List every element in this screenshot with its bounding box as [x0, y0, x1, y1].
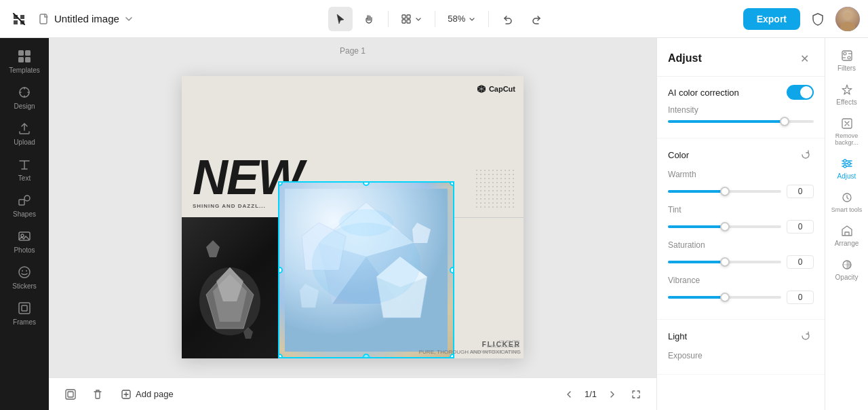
rs-item-filters[interactable]: Filters [828, 43, 866, 76]
vibrance-slider[interactable] [668, 296, 781, 299]
resize-handle-ml[interactable] [278, 267, 283, 274]
svg-point-18 [19, 267, 30, 278]
resize-handle-tr[interactable] [450, 181, 454, 186]
rs-item-effects[interactable]: Effects [828, 77, 866, 110]
rs-item-smart-tools[interactable]: Smart tools [828, 185, 866, 217]
canvas-area: Page 1 NEW SHINING AND DAZZL... [49, 38, 656, 410]
title-area: Untitled image [38, 13, 134, 25]
rs-item-opacity[interactable]: Opacity [828, 253, 866, 285]
svg-point-53 [844, 160, 846, 162]
svg-point-19 [22, 270, 23, 272]
redo-button[interactable] [524, 7, 549, 31]
sidebar-item-text[interactable]: Text [4, 151, 45, 186]
vibrance-label: Vibrance [668, 276, 814, 285]
topbar: Untitled image [0, 0, 868, 38]
toolbar-divider [388, 11, 389, 27]
selected-image[interactable]: ··· [278, 181, 454, 358]
frame-select-button[interactable] [395, 11, 428, 27]
contact-info: +123 456 7890 WWW.DAPCUT.COM 123 ANYWHER… [471, 339, 519, 355]
color-section: Color Warmth 0 [657, 138, 825, 320]
toolbar-divider3 [488, 11, 489, 27]
svg-rect-47 [842, 51, 852, 60]
color-header-row: Color [668, 147, 814, 163]
undo-button[interactable] [496, 7, 520, 31]
sidebar-item-templates[interactable]: Templates [4, 43, 45, 78]
light-reset-button[interactable] [797, 328, 814, 344]
saturation-slider[interactable] [668, 261, 781, 263]
svg-rect-4 [402, 20, 406, 23]
export-button[interactable]: Export [743, 8, 800, 30]
diamond-image-svg [285, 189, 448, 352]
svg-rect-5 [407, 20, 410, 23]
zoom-control[interactable]: 58% [442, 11, 481, 26]
dots-pattern [475, 168, 515, 209]
svg-rect-2 [402, 15, 406, 18]
color-reset-button[interactable] [797, 147, 814, 163]
sidebar-item-photos[interactable]: Photos [4, 223, 45, 258]
warmth-value[interactable]: 0 [787, 185, 814, 198]
rs-item-arrange[interactable]: Arrange [828, 219, 866, 251]
sidebar-item-upload[interactable]: Upload [4, 115, 45, 150]
ai-correction-toggle[interactable] [787, 85, 814, 100]
design-canvas[interactable]: NEW SHINING AND DAZZL... CapCut [182, 76, 524, 358]
svg-rect-44 [66, 390, 75, 399]
tint-value[interactable]: 0 [787, 220, 814, 234]
exposure-label: Exposure [668, 351, 814, 360]
sidebar-label-stickers: Stickers [12, 282, 37, 290]
rs-item-adjust[interactable]: Adjust [828, 151, 866, 184]
next-page-button[interactable] [602, 385, 621, 404]
canvas-top-right: CapCut [442, 76, 524, 217]
diamond-display [182, 217, 278, 358]
prev-page-button[interactable] [560, 385, 579, 404]
intensity-slider[interactable] [668, 120, 814, 123]
bottom-toolbar: Add page 1/1 [49, 377, 656, 410]
warmth-slider[interactable] [668, 190, 781, 193]
svg-rect-21 [19, 303, 30, 314]
page-thumbnail-button[interactable] [60, 384, 81, 405]
sidebar-label-text: Text [18, 174, 31, 182]
app-logo[interactable] [8, 8, 30, 30]
sidebar-label-photos: Photos [14, 246, 35, 254]
canvas-bottom-right: ··· [278, 217, 524, 358]
panel-close-button[interactable]: ✕ [795, 49, 814, 68]
expand-button[interactable] [627, 385, 646, 404]
resize-handle-bl[interactable] [278, 354, 283, 358]
ai-correction-section: AI color correction Intensity [657, 77, 825, 138]
ai-correction-label: AI color correction [668, 88, 739, 98]
page-navigation: 1/1 [560, 385, 621, 404]
right-sidebar: Filters Effects Remove backgr... Adjust [825, 38, 868, 410]
svg-point-20 [26, 270, 27, 272]
resize-handle-mr[interactable] [450, 267, 454, 274]
page-label: Page 1 [340, 46, 366, 56]
page-count: 1/1 [585, 389, 597, 399]
svg-rect-9 [18, 50, 24, 56]
light-section: Light Exposure [657, 320, 825, 375]
svg-point-54 [848, 162, 850, 165]
add-page-button[interactable]: Add page [114, 386, 180, 403]
warmth-slider-row: 0 [668, 185, 814, 198]
tint-slider[interactable] [668, 225, 781, 228]
light-header-row: Light [668, 328, 814, 344]
diamond-svg [193, 227, 267, 349]
svg-rect-1 [40, 14, 47, 24]
panel-header: Adjust ✕ [657, 38, 825, 77]
adjust-panel-container: Adjust ✕ AI color correction Intensity [656, 38, 825, 410]
svg-point-43 [339, 209, 393, 236]
svg-marker-28 [206, 240, 220, 257]
hand-tool-button[interactable] [357, 7, 381, 31]
vibrance-value[interactable]: 0 [787, 291, 814, 304]
canvas-scroll[interactable]: Page 1 NEW SHINING AND DAZZL... [49, 38, 656, 377]
rs-item-remove-bg[interactable]: Remove backgr... [828, 111, 866, 150]
sidebar-item-frames[interactable]: Frames [4, 295, 45, 330]
delete-page-button[interactable] [87, 384, 108, 405]
user-avatar[interactable] [835, 7, 860, 31]
saturation-value[interactable]: 0 [787, 255, 814, 269]
shield-button[interactable] [806, 7, 830, 31]
sidebar-item-design[interactable]: Design [4, 79, 45, 114]
document-title: Untitled image [54, 13, 119, 24]
sidebar-item-shapes[interactable]: Shapes [4, 187, 45, 222]
warmth-label: Warmth [668, 170, 814, 179]
select-tool-button[interactable] [328, 7, 353, 31]
title-chevron-icon[interactable] [123, 14, 134, 24]
sidebar-item-stickers[interactable]: Stickers [4, 259, 45, 294]
